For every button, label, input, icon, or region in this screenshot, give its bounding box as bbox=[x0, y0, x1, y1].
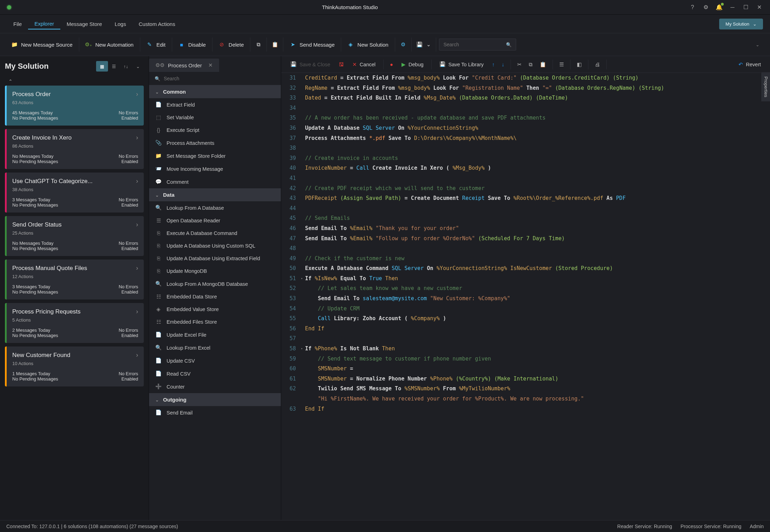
action-icon: {} bbox=[155, 127, 162, 133]
automation-card[interactable]: Create Invoice In Xero 86 Actions No Mes… bbox=[5, 129, 144, 169]
action-label: Execute Script bbox=[167, 127, 200, 133]
gear-icon[interactable]: ⚙ bbox=[701, 2, 711, 13]
action-item[interactable]: 🔍Lookup From Excel bbox=[149, 341, 281, 354]
action-item[interactable]: ☰Open Database Reader bbox=[149, 214, 281, 227]
action-item[interactable]: 🔍Lookup From A Database bbox=[149, 201, 281, 214]
notification-bell-icon[interactable]: 🔔 bbox=[714, 2, 724, 13]
toolbar-search[interactable]: 🔍 bbox=[439, 39, 516, 50]
delete-button[interactable]: ⊘Delete bbox=[212, 38, 250, 52]
action-group-outgoing[interactable]: Outgoing bbox=[149, 393, 281, 406]
cancel-button[interactable]: ✕Cancel bbox=[348, 60, 380, 69]
menu-message-store[interactable]: Message Store bbox=[60, 19, 108, 29]
automation-card[interactable]: Process Manual Quote Files 12 Actions 3 … bbox=[5, 260, 144, 299]
action-item[interactable]: 📎Process Attachments bbox=[149, 136, 281, 149]
solution-dropdown[interactable]: My Solution ⌄ bbox=[719, 19, 763, 29]
copy-icon[interactable]: ⧉ bbox=[526, 59, 535, 70]
action-item[interactable]: 📄Extract Field bbox=[149, 98, 281, 111]
action-icon: ◈ bbox=[155, 307, 162, 312]
sort-chevron-down-icon[interactable]: ⌄ bbox=[132, 61, 144, 72]
action-item[interactable]: {}Execute Script bbox=[149, 124, 281, 136]
action-group-data[interactable]: Data bbox=[149, 188, 281, 201]
play-icon: ▶ bbox=[401, 62, 406, 67]
action-icon: 📄 bbox=[155, 410, 162, 416]
revert-button[interactable]: ↶Revert bbox=[734, 60, 765, 69]
action-item[interactable]: ⎘Update MongoDB bbox=[149, 265, 281, 277]
action-item[interactable]: 📨Move Incoming Message bbox=[149, 162, 281, 175]
action-item[interactable]: 📄Send Email bbox=[149, 406, 281, 419]
action-item[interactable]: ➕Counter bbox=[149, 380, 281, 393]
maximize-icon[interactable]: ☐ bbox=[741, 2, 751, 13]
action-item[interactable]: 📁Set Message Store Folder bbox=[149, 149, 281, 162]
card-actions-count: 63 Actions bbox=[12, 100, 138, 105]
send-message-button[interactable]: ➤Send Message bbox=[283, 38, 341, 52]
card-messages: 3 Messages Today bbox=[12, 284, 58, 289]
view-grid-icon[interactable]: ▦ bbox=[96, 61, 108, 72]
editor-tab[interactable]: ⚙⚙ Process Order ✕ bbox=[149, 59, 219, 72]
action-item[interactable]: ⬚Set Variable bbox=[149, 111, 281, 124]
edit-button[interactable]: ✎Edit bbox=[140, 38, 172, 52]
action-item[interactable]: ⎘Execute A Database Command bbox=[149, 227, 281, 240]
card-messages: 3 Messages Today bbox=[12, 197, 58, 202]
copy-button[interactable]: ⧉ bbox=[250, 38, 267, 52]
code-editor[interactable]: CreditCard = Extract Field From %msg_bod… bbox=[301, 73, 770, 520]
arrow-up-icon[interactable]: ↑ bbox=[489, 59, 498, 69]
action-item[interactable]: ⎘Update A Database Using Custom SQL bbox=[149, 240, 281, 252]
arrow-down-icon[interactable]: ↓ bbox=[499, 59, 507, 69]
save-dropdown-button[interactable]: 💾⌄ bbox=[412, 38, 436, 52]
action-item[interactable]: 📄Update Excel File bbox=[149, 328, 281, 341]
cut-icon[interactable]: ✂ bbox=[514, 59, 525, 70]
save-close-button[interactable]: 💾Save & Close bbox=[286, 59, 335, 69]
properties-rail[interactable]: Properties bbox=[761, 72, 770, 101]
automation-card[interactable]: New Customer Found 10 Actions 1 Messages… bbox=[5, 346, 144, 386]
paste-icon[interactable]: 📋 bbox=[537, 59, 549, 70]
action-item[interactable]: ☷Embedded Files Store bbox=[149, 316, 281, 328]
disable-button[interactable]: ■Disable bbox=[172, 38, 212, 52]
menu-logs[interactable]: Logs bbox=[108, 19, 133, 29]
action-item[interactable]: 🔍Lookup From A MongoDB Database bbox=[149, 277, 281, 290]
menu-explorer[interactable]: Explorer bbox=[28, 19, 60, 29]
help-icon[interactable]: ? bbox=[687, 2, 698, 13]
action-item[interactable]: 📄Update CSV bbox=[149, 354, 281, 367]
menu-file[interactable]: File bbox=[7, 19, 28, 29]
search-input[interactable] bbox=[444, 42, 506, 47]
action-icon: ☰ bbox=[155, 218, 162, 223]
save-alt-icon[interactable]: 🖫 bbox=[336, 59, 347, 69]
action-item[interactable]: 💬Comment bbox=[149, 175, 281, 188]
action-item[interactable]: 📄Read CSV bbox=[149, 367, 281, 380]
overflow-chevron-icon[interactable]: ⌄ bbox=[750, 42, 765, 47]
delete-icon: ⊘ bbox=[219, 41, 225, 48]
paste-button[interactable]: 📋 bbox=[267, 38, 283, 52]
record-icon[interactable]: ● bbox=[387, 59, 396, 69]
new-automation-button[interactable]: ⚙₊New Automation bbox=[79, 38, 140, 52]
print-icon[interactable]: 🖨 bbox=[592, 59, 603, 69]
view-list-icon[interactable]: ☰ bbox=[108, 61, 120, 72]
automation-card[interactable]: Use ChatGPT To Categorize... 38 Actions … bbox=[5, 173, 144, 213]
action-item[interactable]: ◈Embedded Value Store bbox=[149, 303, 281, 316]
debug-button[interactable]: ▶Debug bbox=[397, 60, 428, 69]
new-message-source-button[interactable]: 📁New Message Source bbox=[5, 38, 79, 52]
close-icon[interactable]: ✕ bbox=[754, 2, 764, 13]
action-label: Counter bbox=[167, 384, 185, 390]
action-group-common[interactable]: Common bbox=[149, 85, 281, 98]
action-icon: 💬 bbox=[155, 179, 162, 185]
action-item[interactable]: ☷Embedded Data Store bbox=[149, 290, 281, 303]
minimize-icon[interactable]: ─ bbox=[727, 2, 738, 13]
settings-gear-button[interactable]: ⚙ bbox=[395, 38, 412, 52]
card-pending: No Pending Messages bbox=[12, 115, 58, 121]
menu-custom-actions[interactable]: Custom Actions bbox=[132, 19, 181, 29]
card-actions-count: 12 Actions bbox=[12, 274, 138, 279]
sort-icon[interactable]: ↑↓ bbox=[120, 61, 132, 72]
automation-card[interactable]: Process Order 63 Actions 45 Messages Tod… bbox=[5, 86, 144, 126]
action-search-input[interactable] bbox=[164, 76, 275, 81]
collapse-icon[interactable]: ⌃ bbox=[5, 77, 144, 86]
automation-card[interactable]: Send Order Status 25 Actions No Messages… bbox=[5, 216, 144, 256]
action-item[interactable]: ⎘Update A Database Using Extracted Field bbox=[149, 252, 281, 265]
indent-icon[interactable]: ☰ bbox=[556, 59, 567, 70]
card-errors: No Errors bbox=[119, 371, 138, 376]
status-processor: Processor Service: Running bbox=[681, 524, 742, 529]
save-to-library-button[interactable]: 💾Save To Library bbox=[435, 59, 488, 69]
automation-card[interactable]: Process Pricing Requests 5 Actions 2 Mes… bbox=[5, 303, 144, 343]
tab-close-icon[interactable]: ✕ bbox=[208, 62, 213, 68]
new-solution-button[interactable]: ◈New Solution bbox=[341, 38, 395, 52]
bookmark-icon[interactable]: ◧ bbox=[574, 59, 585, 70]
